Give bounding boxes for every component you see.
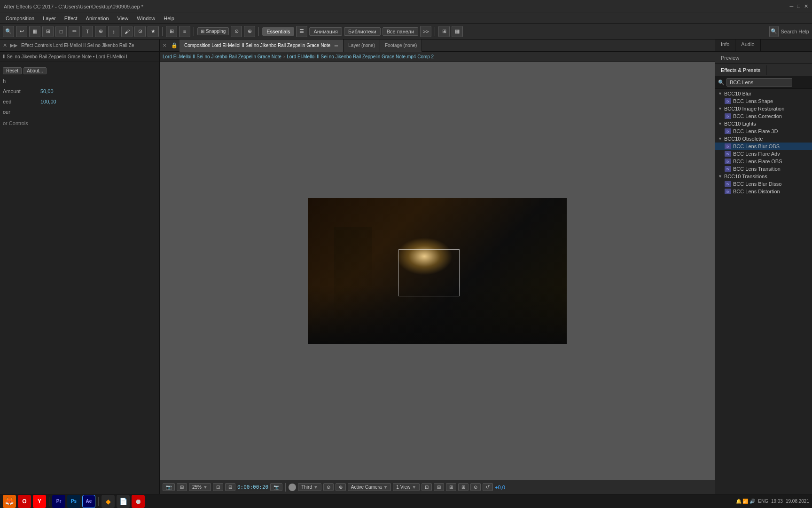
group-bcc10-transitions-header[interactable]: ▼ BCC10 Transitions	[715, 173, 812, 180]
snapshot-btn[interactable]: 📷	[163, 483, 175, 491]
timecode-display[interactable]: 0:00:00:20	[237, 484, 268, 490]
undo-btn[interactable]: ↩	[16, 26, 27, 37]
full-screen[interactable]: ⊡	[422, 483, 432, 491]
toggle3[interactable]: ⊞	[458, 483, 468, 491]
effect-bcc-lens-correction[interactable]: fx BCC Lens Correction	[715, 112, 812, 120]
app-misc1[interactable]: ◆	[102, 495, 115, 508]
menu-animation[interactable]: Animation	[82, 15, 113, 22]
effects-search-input[interactable]	[726, 78, 792, 87]
anchor-tool[interactable]: ⊕	[95, 26, 106, 37]
snapping-toggle[interactable]: ⊞ Snapping	[197, 27, 229, 35]
close-btn[interactable]: ✕	[804, 3, 808, 9]
paint-tool[interactable]: 🖌	[121, 26, 133, 37]
maximize-btn[interactable]: □	[797, 3, 800, 9]
color-btn[interactable]	[289, 484, 296, 491]
workspace-all[interactable]: Все панели	[383, 27, 418, 36]
group-bcc10-lights: ▼ BCC10 Lights fx BCC Lens Flare 3D	[715, 120, 812, 135]
workspace-essentials[interactable]: Essentials	[262, 27, 294, 36]
breadcrumb-comp[interactable]: Lord El-Melloi II Sei no Jikenbo Rail Ze…	[163, 54, 281, 59]
effect-bcc-lens-transition[interactable]: fx BCC Lens Transition	[715, 165, 812, 173]
comp-tab-main[interactable]: Composition Lord El-Melloi II Sei no Jik…	[180, 40, 344, 52]
app-yandex[interactable]: Y	[33, 495, 46, 508]
menu-view[interactable]: View	[114, 15, 133, 22]
minimize-btn[interactable]: ─	[790, 3, 794, 9]
app-misc2[interactable]: 📄	[117, 495, 130, 508]
region-btn[interactable]: ⊟	[225, 483, 235, 491]
snap-option2[interactable]: ⊕	[244, 26, 255, 37]
effect-bcc-lens-flare-obs[interactable]: fx BCC Lens Flare OBS	[715, 158, 812, 165]
view-count-dropdown[interactable]: 1 View ▼	[393, 483, 420, 491]
group-bcc10-lights-header[interactable]: ▼ BCC10 Lights	[715, 120, 812, 127]
menu-composition[interactable]: Composition	[2, 15, 38, 22]
breadcrumb-comp2[interactable]: Lord El-Melloi II Sei no Jikenbo Rail Ze…	[287, 54, 434, 59]
app-firefox[interactable]: 🦊	[3, 495, 16, 508]
menu-help[interactable]: Help	[160, 15, 178, 22]
toggle5[interactable]: ↺	[483, 483, 493, 491]
zoom-dropdown[interactable]: 25% ▼	[189, 483, 211, 491]
app-premiere[interactable]: Pr	[52, 495, 65, 508]
view-toggle2[interactable]: ▦	[452, 26, 463, 37]
app-opera[interactable]: O	[18, 495, 31, 508]
camera-toggle[interactable]: ⊙	[323, 483, 334, 491]
camera-icon-btn[interactable]: 📷	[270, 483, 282, 491]
align-btn2[interactable]: ≡	[179, 26, 190, 37]
new-comp-btn[interactable]: ▦	[29, 26, 40, 37]
reset-btn[interactable]: Reset	[3, 67, 22, 74]
workspace-animation[interactable]: Анимация	[309, 27, 342, 36]
mask-btn[interactable]: ⊞	[42, 26, 54, 37]
camera-dropdown[interactable]: Active Camera ▼	[348, 483, 391, 491]
toggle1[interactable]: ⊞	[434, 483, 444, 491]
composition-viewer[interactable]	[160, 62, 715, 480]
search-tool[interactable]: 🔍	[3, 26, 14, 37]
fit-btn[interactable]: ⊡	[213, 483, 223, 491]
search-help-label[interactable]: Search Help	[781, 29, 809, 34]
workspace-more[interactable]: >>	[420, 26, 431, 37]
shape-rect[interactable]: □	[55, 26, 67, 37]
view-toggle[interactable]: ⊞	[438, 26, 450, 37]
app-record[interactable]: ⏺	[132, 495, 145, 508]
app-aftereffects[interactable]: Ae	[82, 495, 95, 508]
about-btn[interactable]: About...	[23, 67, 46, 74]
camera-toggle2[interactable]: ⊕	[336, 483, 346, 491]
lock-icon[interactable]: 🔒	[169, 42, 180, 48]
effect-controls-expand[interactable]: ▶▶	[10, 42, 17, 48]
comp-tab-menu[interactable]: ☰	[334, 43, 338, 48]
group-bcc10-obsolete-header[interactable]: ▼ BCC10 Obsolete	[715, 135, 812, 143]
snap-option[interactable]: ⊙	[231, 26, 242, 37]
view-dropdown[interactable]: Third ▼	[298, 483, 321, 491]
effect-bcc-lens-flare-3d[interactable]: fx BCC Lens Flare 3D	[715, 127, 812, 135]
effect-bcc-lens-blur-disso[interactable]: fx BCC Lens Blur Disso	[715, 180, 812, 188]
tab-audio[interactable]: Audio	[735, 40, 760, 51]
date-display: 19.08.2021	[786, 499, 809, 504]
menu-layer[interactable]: Layer	[39, 15, 60, 22]
menu-window[interactable]: Window	[133, 15, 159, 22]
move-tool[interactable]: ↕	[108, 26, 119, 37]
effect-bcc-lens-distortion[interactable]: fx BCC Lens Distortion	[715, 188, 812, 195]
search-icon[interactable]: 🔍	[769, 26, 779, 37]
effect-bcc-lens-blur-obs[interactable]: fx BCC Lens Blur OBS	[715, 143, 812, 150]
effect-bcc-lens-shape[interactable]: fx BCC Lens Shape	[715, 97, 812, 105]
align-btn[interactable]: ⊞	[166, 26, 177, 37]
group-bcc10-image-restoration-header[interactable]: ▼ BCC10 Image Restoration	[715, 105, 812, 112]
group-bcc10-blur-header[interactable]: ▼ BCC10 Blur	[715, 90, 812, 97]
effect-properties: Reset About... h Amount 50,00 eed 100,00…	[0, 62, 159, 494]
panel-toggle[interactable]: ✕	[160, 43, 169, 48]
tab-effects-presets[interactable]: Effects & Presets	[715, 65, 766, 75]
tab-info[interactable]: Info	[715, 40, 735, 51]
workspace-libraries[interactable]: Библиотеки	[344, 27, 381, 36]
puppet-tool[interactable]: ★	[148, 26, 159, 37]
comp-tab-layer[interactable]: Layer (none)	[344, 40, 380, 52]
grid-btn[interactable]: ⊞	[177, 483, 187, 491]
tab-preview[interactable]: Preview	[715, 53, 745, 63]
text-tool[interactable]: T	[82, 26, 93, 37]
toggle4[interactable]: ⊙	[470, 483, 481, 491]
stamp-tool[interactable]: ⊙	[134, 26, 146, 37]
effect-controls-close[interactable]: ✕	[3, 42, 7, 48]
menu-effect[interactable]: Effect	[61, 15, 81, 22]
comp-tab-footage[interactable]: Footage (none)	[380, 40, 422, 52]
toggle2[interactable]: ⊞	[446, 483, 456, 491]
pen-tool[interactable]: ✏	[69, 26, 80, 37]
workspace-menu[interactable]: ☰	[296, 26, 307, 37]
app-photoshop[interactable]: Ps	[67, 495, 80, 508]
effect-bcc-lens-flare-adv[interactable]: fx BCC Lens Flare Adv	[715, 150, 812, 158]
